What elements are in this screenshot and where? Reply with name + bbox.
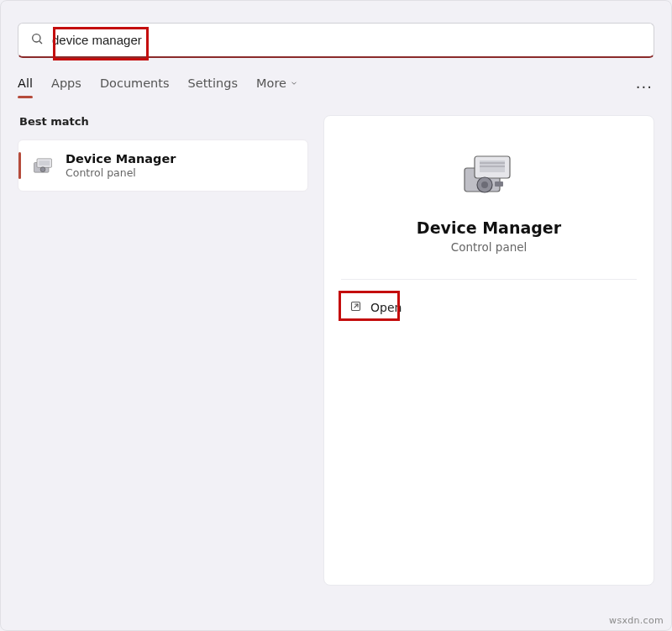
more-options-button[interactable]: ··· [634, 78, 654, 96]
search-icon [30, 32, 44, 49]
result-subtitle: Control panel [66, 166, 176, 179]
results-column: Best match Device Manager Control panel [18, 115, 308, 586]
start-search-window: All Apps Documents Settings More ··· Bes… [0, 0, 672, 631]
svg-rect-4 [39, 160, 50, 166]
detail-subtitle: Control panel [451, 240, 528, 254]
result-title: Device Manager [66, 152, 176, 166]
result-text: Device Manager Control panel [66, 152, 176, 179]
chevron-down-icon [290, 76, 298, 90]
divider [341, 279, 637, 280]
tabs-row: All Apps Documents Settings More ··· [18, 76, 654, 97]
watermark: wsxdn.com [609, 615, 664, 626]
svg-line-15 [354, 304, 358, 308]
search-input[interactable] [52, 33, 642, 47]
tab-more-label: More [256, 76, 286, 90]
best-match-label: Best match [19, 115, 308, 128]
tab-apps[interactable]: Apps [51, 76, 81, 97]
tab-documents[interactable]: Documents [100, 76, 170, 97]
tab-more[interactable]: More [256, 76, 298, 97]
svg-point-5 [40, 167, 45, 172]
open-button[interactable]: Open [341, 295, 410, 320]
device-manager-large-icon [459, 150, 518, 203]
tab-settings[interactable]: Settings [188, 76, 238, 97]
open-label: Open [370, 301, 402, 314]
search-bar[interactable] [18, 23, 654, 58]
tab-all[interactable]: All [18, 76, 33, 97]
svg-point-0 [33, 34, 40, 41]
open-external-icon [349, 300, 362, 315]
svg-point-12 [481, 181, 488, 188]
result-item-device-manager[interactable]: Device Manager Control panel [18, 139, 308, 192]
device-manager-icon [30, 153, 55, 178]
svg-line-1 [39, 41, 42, 44]
svg-rect-13 [495, 181, 503, 187]
detail-panel: Device Manager Control panel Open [323, 115, 654, 586]
detail-title: Device Manager [417, 218, 561, 237]
